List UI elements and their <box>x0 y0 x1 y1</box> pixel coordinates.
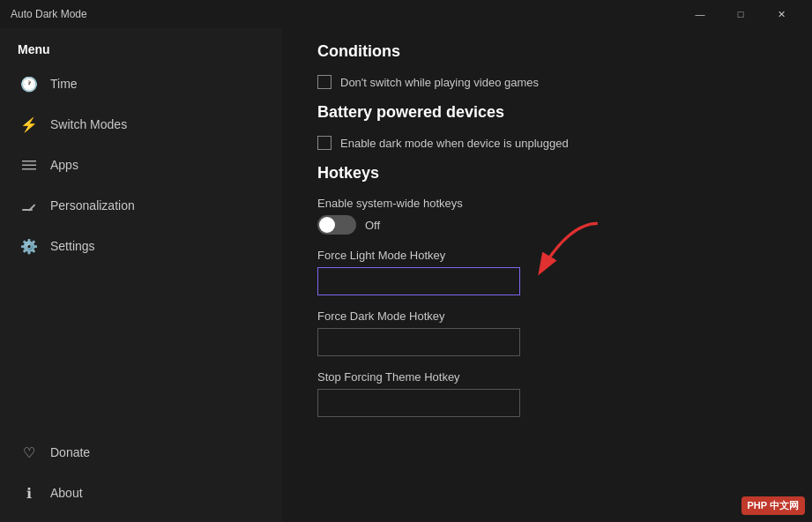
clock-icon: 🕐 <box>20 75 38 93</box>
apps-icon <box>20 156 38 174</box>
force-light-container <box>317 267 520 309</box>
heart-icon: ♡ <box>20 444 38 461</box>
sidebar-item-about-label: About <box>50 486 83 500</box>
sidebar-item-time[interactable]: 🕐 Time <box>0 63 282 104</box>
dont-switch-row: Don't switch while playing video games <box>317 75 777 89</box>
sidebar-item-settings[interactable]: ⚙️ Settings <box>0 226 282 266</box>
sidebar-item-personalization-label: Personalization <box>50 198 135 213</box>
dont-switch-checkbox[interactable] <box>317 75 332 89</box>
conditions-title: Conditions <box>317 42 777 61</box>
svg-rect-2 <box>22 168 36 170</box>
maximize-button[interactable]: □ <box>720 0 761 28</box>
svg-rect-1 <box>22 165 36 167</box>
svg-rect-0 <box>22 160 36 162</box>
sidebar-item-settings-label: Settings <box>50 239 95 253</box>
main-layout: Menu 🕐 Time ⚡ Switch Modes Apps <box>0 28 812 522</box>
sidebar-item-switch-modes-label: Switch Modes <box>50 117 127 131</box>
sidebar: Menu 🕐 Time ⚡ Switch Modes Apps <box>0 28 282 522</box>
titlebar: Auto Dark Mode — □ ✕ <box>0 0 812 28</box>
menu-label: Menu <box>0 28 282 63</box>
sidebar-item-donate[interactable]: ♡ Donate <box>0 432 282 473</box>
close-button[interactable]: ✕ <box>761 0 801 28</box>
hotkeys-toggle[interactable] <box>317 215 356 235</box>
hotkeys-title: Hotkeys <box>317 164 777 183</box>
php-watermark: PHP 中文网 <box>741 496 805 515</box>
minimize-button[interactable]: — <box>680 0 720 28</box>
stop-forcing-input[interactable] <box>317 389 520 417</box>
sidebar-item-about[interactable]: ℹ About <box>0 473 282 513</box>
sidebar-item-apps[interactable]: Apps <box>0 145 282 185</box>
force-dark-input[interactable] <box>317 328 520 356</box>
force-dark-label: Force Dark Mode Hotkey <box>317 309 777 323</box>
force-light-label: Force Light Mode Hotkey <box>317 249 777 262</box>
enable-hotkeys-label: Enable system-wide hotkeys <box>317 197 777 210</box>
sidebar-item-switch-modes[interactable]: ⚡ Switch Modes <box>0 104 282 145</box>
battery-title: Battery powered devices <box>317 103 777 122</box>
personalization-icon <box>20 197 38 214</box>
stop-forcing-label: Stop Forcing Theme Hotkey <box>317 370 777 384</box>
enable-dark-checkbox[interactable] <box>317 136 332 150</box>
toggle-knob <box>319 217 335 233</box>
dont-switch-label: Don't switch while playing video games <box>340 76 539 89</box>
toggle-row: Off <box>317 215 777 235</box>
sidebar-item-apps-label: Apps <box>50 158 78 172</box>
sidebar-item-personalization[interactable]: Personalization <box>0 185 282 226</box>
enable-dark-row: Enable dark mode when device is unplugge… <box>317 136 777 150</box>
info-icon: ℹ <box>20 484 38 502</box>
force-light-input[interactable] <box>317 267 520 295</box>
sidebar-bottom: ♡ Donate ℹ About <box>0 432 282 522</box>
sidebar-item-time-label: Time <box>50 77 78 91</box>
lightning-icon: ⚡ <box>20 116 38 133</box>
titlebar-title: Auto Dark Mode <box>11 8 680 20</box>
toggle-state-label: Off <box>365 219 380 232</box>
enable-dark-label: Enable dark mode when device is unplugge… <box>340 137 569 150</box>
sidebar-nav: 🕐 Time ⚡ Switch Modes Apps <box>0 63 282 522</box>
sidebar-item-donate-label: Donate <box>50 445 90 459</box>
gear-icon: ⚙️ <box>20 237 38 255</box>
content-area: Conditions Don't switch while playing vi… <box>282 28 812 522</box>
titlebar-controls: — □ ✕ <box>680 0 801 28</box>
